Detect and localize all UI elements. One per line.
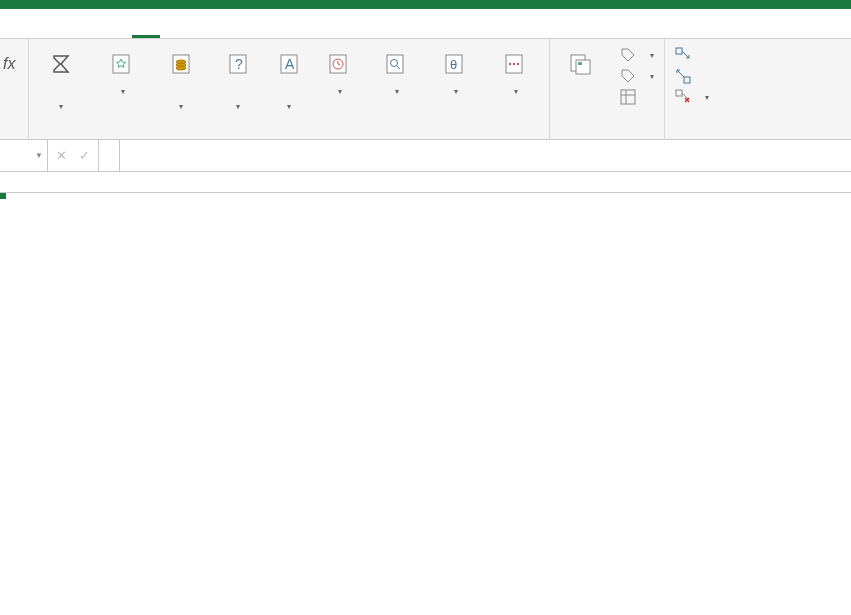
logical-button[interactable]: ? ▾ — [215, 43, 261, 113]
tag-use-icon — [620, 68, 636, 84]
tab-data[interactable] — [160, 26, 188, 38]
use-in-formula-button[interactable]: ▾ — [616, 66, 658, 86]
svg-rect-1 — [113, 55, 129, 73]
defined-names-label — [556, 133, 658, 139]
formula-input[interactable] — [120, 140, 851, 171]
star-icon — [109, 52, 133, 76]
svg-point-5 — [176, 66, 186, 70]
text-button[interactable]: A ▾ — [269, 43, 309, 113]
more-functions-button[interactable]: ▾ — [485, 43, 543, 98]
svg-point-19 — [517, 63, 519, 65]
tab-insert[interactable] — [48, 26, 76, 38]
sigma-icon — [49, 52, 73, 76]
cancel-formula-icon[interactable]: ✕ — [56, 148, 67, 163]
ribbon-tabs — [0, 9, 851, 39]
fx-label[interactable] — [99, 140, 120, 171]
spreadsheet-grid — [0, 172, 851, 193]
tab-draw[interactable] — [76, 26, 104, 38]
lookup-reference-button[interactable]: ▾ — [367, 43, 423, 98]
tab-view[interactable] — [216, 26, 244, 38]
search-icon — [383, 52, 407, 76]
date-time-button[interactable]: ▾ — [317, 43, 359, 98]
tab-developer[interactable] — [244, 26, 272, 38]
svg-rect-22 — [578, 62, 582, 65]
insert-function-button[interactable]: fx — [0, 43, 22, 83]
svg-text:A: A — [285, 56, 295, 72]
coins-icon — [169, 52, 193, 76]
trace-precedents-button[interactable] — [671, 45, 713, 65]
svg-text:?: ? — [235, 56, 243, 72]
name-manager-button[interactable] — [556, 43, 608, 83]
ribbon: fx ▾ ▾ ▾ ? ▾ A — [0, 39, 851, 140]
tab-help[interactable] — [272, 26, 300, 38]
fx-icon: fx — [2, 51, 20, 77]
function-library-label — [35, 133, 543, 139]
accept-formula-icon[interactable]: ✓ — [79, 148, 90, 163]
name-manager-icon — [568, 51, 596, 77]
tab-formulas[interactable] — [132, 23, 160, 38]
question-icon: ? — [226, 52, 250, 76]
trace-dependents-button[interactable] — [671, 66, 713, 86]
theta-icon: θ — [442, 52, 466, 76]
svg-text:θ: θ — [450, 57, 457, 72]
tag-icon — [620, 47, 636, 63]
grid-icon — [620, 89, 636, 105]
trace-prec-icon — [675, 47, 691, 63]
define-name-button[interactable]: ▾ — [616, 45, 658, 65]
tab-home[interactable] — [20, 26, 48, 38]
svg-rect-26 — [676, 48, 682, 54]
svg-point-17 — [509, 63, 511, 65]
svg-point-18 — [513, 63, 515, 65]
dots-icon — [502, 52, 526, 76]
remove-arrows-button[interactable]: ▾ — [671, 87, 713, 107]
formula-auditing-label — [671, 133, 713, 139]
name-box[interactable]: ▼ — [0, 140, 48, 171]
svg-rect-12 — [387, 55, 403, 73]
create-from-selection-button[interactable] — [616, 87, 658, 107]
recently-used-button[interactable]: ▾ — [95, 43, 147, 98]
tab-review[interactable] — [188, 26, 216, 38]
remove-arrows-icon — [675, 89, 691, 105]
text-icon: A — [277, 52, 301, 76]
fill-handle[interactable] — [0, 193, 6, 199]
math-trig-button[interactable]: θ ▾ — [431, 43, 477, 98]
trace-dep-icon — [675, 68, 691, 84]
formula-bar: ▼ ✕ ✓ — [0, 140, 851, 172]
svg-rect-23 — [621, 90, 635, 104]
svg-text:fx: fx — [3, 55, 16, 72]
name-box-dropdown-icon: ▼ — [35, 151, 43, 160]
autosum-button[interactable]: ▾ — [35, 43, 87, 113]
svg-rect-27 — [684, 77, 690, 83]
clock-icon — [326, 52, 350, 76]
column-headers — [0, 172, 851, 193]
financial-button[interactable]: ▾ — [155, 43, 207, 113]
svg-rect-28 — [676, 90, 682, 96]
tab-page-layout[interactable] — [104, 26, 132, 38]
